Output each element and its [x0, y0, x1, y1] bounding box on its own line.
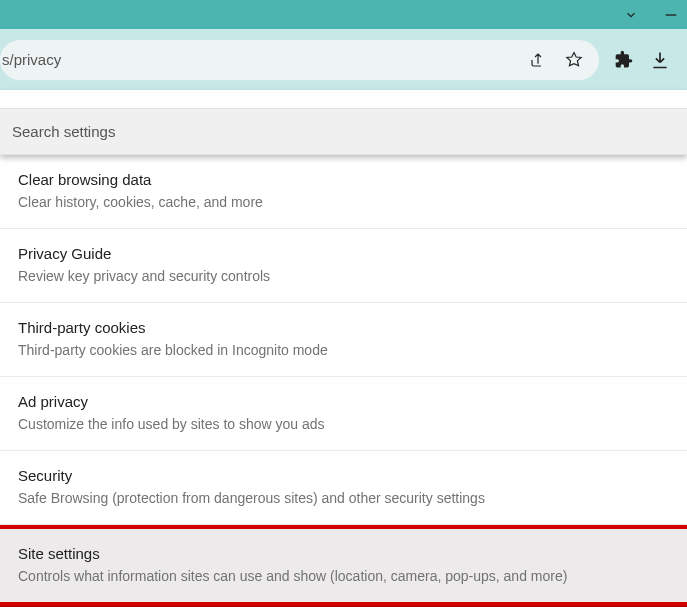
settings-item-clear-browsing-data[interactable]: Clear browsing data Clear history, cooki… — [0, 155, 687, 229]
settings-item-security[interactable]: Security Safe Browsing (protection from … — [0, 451, 687, 525]
share-icon[interactable] — [527, 49, 549, 71]
settings-item-privacy-guide[interactable]: Privacy Guide Review key privacy and sec… — [0, 229, 687, 303]
setting-title: Security — [18, 467, 669, 484]
setting-title: Ad privacy — [18, 393, 669, 410]
settings-item-ad-privacy[interactable]: Ad privacy Customize the info used by si… — [0, 377, 687, 451]
extensions-icon[interactable] — [613, 49, 635, 71]
settings-list: Clear browsing data Clear history, cooki… — [0, 155, 687, 607]
star-icon[interactable] — [563, 49, 585, 71]
setting-desc: Customize the info used by sites to show… — [18, 416, 669, 432]
setting-title: Third-party cookies — [18, 319, 669, 336]
highlight-border-bottom — [0, 602, 687, 607]
settings-item-third-party-cookies[interactable]: Third-party cookies Third-party cookies … — [0, 303, 687, 377]
search-input[interactable]: Search settings — [0, 108, 687, 155]
setting-desc: Review key privacy and security controls — [18, 268, 669, 284]
search-container: Search settings — [0, 90, 687, 155]
minimize-icon[interactable] — [663, 7, 679, 23]
setting-title: Site settings — [18, 545, 669, 562]
setting-desc: Third-party cookies are blocked in Incog… — [18, 342, 669, 358]
window-titlebar — [0, 0, 687, 29]
download-icon[interactable] — [649, 49, 671, 71]
address-url: s/privacy — [0, 51, 527, 68]
setting-title: Privacy Guide — [18, 245, 669, 262]
setting-title: Clear browsing data — [18, 171, 669, 188]
address-bar[interactable]: s/privacy — [0, 40, 599, 80]
caret-down-icon[interactable] — [623, 7, 639, 23]
settings-item-site-settings[interactable]: Site settings Controls what information … — [0, 529, 687, 602]
setting-desc: Safe Browsing (protection from dangerous… — [18, 490, 669, 506]
setting-desc: Clear history, cookies, cache, and more — [18, 194, 669, 210]
setting-desc: Controls what information sites can use … — [18, 568, 669, 584]
browser-toolbar: s/privacy — [0, 29, 687, 90]
